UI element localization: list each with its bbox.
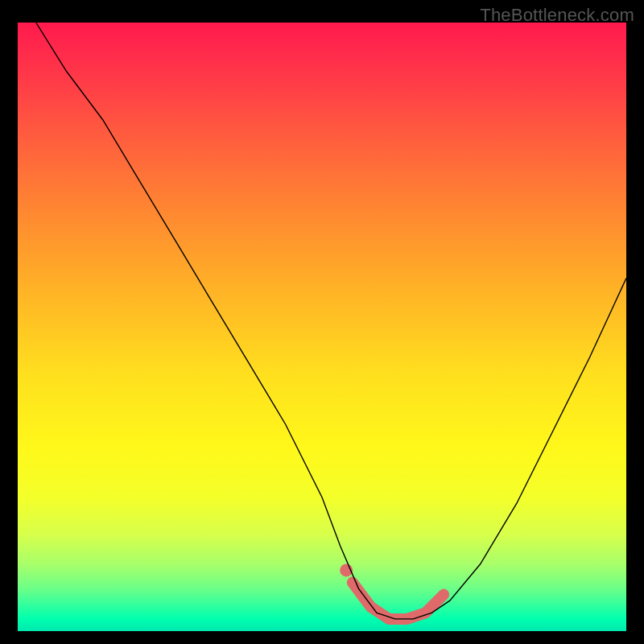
bottleneck-curve-line (36, 23, 626, 619)
chart-plot-area (18, 23, 626, 631)
chart-svg (18, 23, 626, 631)
